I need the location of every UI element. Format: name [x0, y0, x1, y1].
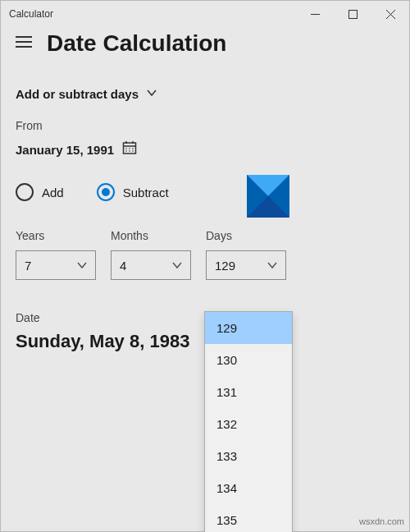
add-radio-label: Add [42, 186, 64, 200]
titlebar: Calculator [1, 1, 409, 27]
chevron-down-icon [77, 260, 87, 270]
minimize-button[interactable] [296, 1, 334, 27]
close-icon [386, 10, 395, 19]
header: Date Calculation [1, 27, 409, 63]
days-select[interactable]: 129 [206, 250, 286, 280]
radio-circle-selected-icon [97, 183, 115, 201]
svg-point-16 [132, 150, 134, 152]
days-value: 129 [215, 259, 235, 273]
from-date-picker[interactable]: January 15, 1991 [16, 140, 394, 158]
svg-point-13 [132, 148, 134, 149]
days-picker: Days 129 [206, 229, 286, 280]
mode-label: Add or subtract days [16, 87, 139, 101]
add-subtract-radios: Add Subtract [16, 183, 394, 201]
months-select[interactable]: 4 [111, 250, 191, 280]
svg-rect-1 [348, 10, 357, 18]
calendar-icon [122, 140, 137, 158]
mode-selector[interactable]: Add or subtract days [16, 86, 157, 101]
svg-point-11 [125, 148, 127, 149]
maximize-icon [348, 10, 358, 19]
months-label: Months [111, 229, 191, 242]
from-label: From [16, 119, 394, 132]
years-value: 7 [25, 259, 31, 273]
months-picker: Months 4 [111, 229, 191, 280]
chevron-down-icon [172, 260, 182, 270]
window-controls [296, 1, 409, 27]
months-value: 4 [120, 259, 126, 273]
calculator-window: Calculator Date Calculation Add or subtr [0, 0, 410, 532]
add-radio[interactable]: Add [16, 183, 64, 201]
days-label: Days [206, 229, 286, 242]
watermark: wsxdn.com [359, 516, 404, 526]
dropdown-item[interactable]: 132 [205, 408, 292, 440]
window-title: Calculator [9, 8, 53, 20]
years-picker: Years 7 [16, 229, 96, 280]
from-date-value: January 15, 1991 [16, 143, 114, 157]
subtract-radio[interactable]: Subtract [97, 183, 169, 201]
chevron-down-icon [267, 260, 277, 270]
days-dropdown-list: 129130131132133134135 [204, 311, 293, 532]
windows-logo-icon [247, 175, 289, 218]
dropdown-item[interactable]: 135 [205, 504, 292, 532]
hamburger-menu-button[interactable] [16, 35, 32, 52]
hamburger-icon [16, 35, 32, 48]
svg-point-15 [129, 150, 130, 152]
page-title: Date Calculation [47, 30, 226, 57]
years-label: Years [16, 229, 96, 242]
maximize-button[interactable] [334, 1, 371, 27]
dropdown-item[interactable]: 133 [205, 440, 292, 472]
duration-pickers: Years 7 Months 4 Days 129 [16, 229, 394, 280]
svg-point-12 [129, 148, 130, 149]
subtract-radio-label: Subtract [123, 186, 169, 200]
dropdown-item[interactable]: 130 [205, 344, 292, 376]
dropdown-item[interactable]: 134 [205, 472, 292, 504]
dropdown-item[interactable]: 129 [205, 312, 292, 344]
years-select[interactable]: 7 [16, 250, 96, 280]
svg-point-14 [125, 150, 127, 152]
dropdown-item[interactable]: 131 [205, 376, 292, 408]
radio-circle-icon [16, 183, 34, 201]
close-button[interactable] [371, 1, 409, 27]
minimize-icon [311, 10, 320, 19]
chevron-down-icon [147, 86, 157, 101]
